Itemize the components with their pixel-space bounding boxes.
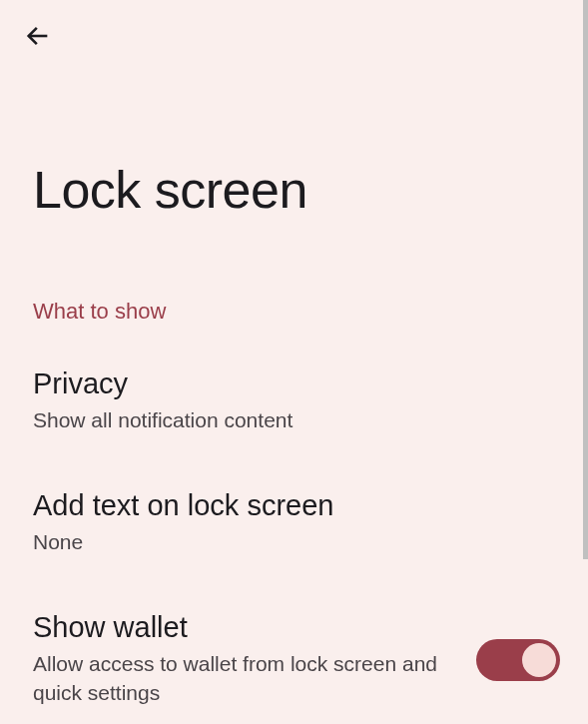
section-header-what-to-show: What to show (33, 299, 166, 325)
setting-privacy-title: Privacy (33, 367, 555, 400)
back-button[interactable] (22, 22, 54, 54)
page-title: Lock screen (33, 160, 307, 220)
setting-wallet-title: Show wallet (33, 611, 555, 644)
setting-privacy-subtitle: Show all notification content (33, 405, 452, 434)
arrow-back-icon (24, 22, 52, 54)
scrollbar[interactable] (583, 0, 588, 559)
toggle-show-wallet[interactable] (476, 639, 560, 681)
setting-addtext-subtitle: None (33, 527, 452, 556)
setting-addtext-title: Add text on lock screen (33, 489, 555, 522)
setting-item-add-text[interactable]: Add text on lock screen None (33, 489, 555, 556)
setting-wallet-subtitle: Allow access to wallet from lock screen … (33, 649, 452, 708)
setting-item-privacy[interactable]: Privacy Show all notification content (33, 367, 555, 434)
toggle-thumb (522, 643, 556, 677)
